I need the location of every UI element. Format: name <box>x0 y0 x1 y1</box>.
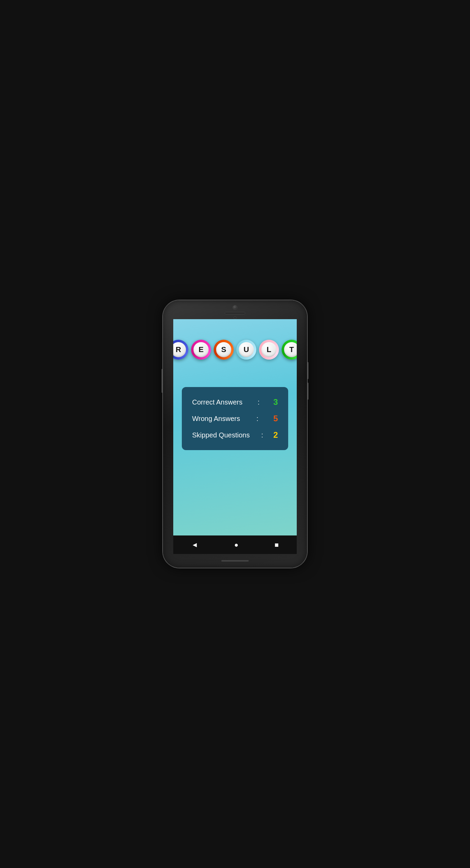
letter-ball-s: S <box>214 340 234 360</box>
letter-ball-u: U <box>236 340 256 360</box>
camera-icon <box>233 305 237 310</box>
wrong-answers-colon: : <box>256 415 258 423</box>
speaker-grille <box>225 312 245 314</box>
letter-s: S <box>216 342 231 357</box>
stats-card: Correct Answers : 3 Wrong Answers : 5 Sk… <box>182 387 288 450</box>
letter-ball-l: L <box>259 340 279 360</box>
correct-answers-colon: : <box>258 398 260 406</box>
letter-ball-e: E <box>191 340 211 360</box>
letter-ball-r: R <box>173 340 188 360</box>
letter-e: E <box>193 342 209 357</box>
phone-screen: R E S U L T Correct Answers : 3 <box>173 319 297 535</box>
correct-answers-value: 3 <box>273 397 278 407</box>
navigation-bar: ◄ ● ■ <box>173 535 297 554</box>
mic-icon <box>234 316 236 319</box>
letter-t: T <box>284 342 297 357</box>
phone-bottom <box>221 554 249 568</box>
skipped-questions-colon: : <box>261 431 263 439</box>
letter-r: R <box>173 342 186 357</box>
phone-top <box>163 300 307 319</box>
skipped-questions-label: Skipped Questions <box>192 431 250 439</box>
skipped-questions-row: Skipped Questions : 2 <box>192 430 278 440</box>
letter-ball-t: T <box>282 340 297 360</box>
skipped-questions-value: 2 <box>273 430 278 440</box>
wrong-answers-label: Wrong Answers <box>192 415 240 423</box>
correct-answers-row: Correct Answers : 3 <box>192 397 278 407</box>
phone-device: R E S U L T Correct Answers : 3 <box>163 300 307 568</box>
home-button[interactable]: ● <box>234 541 238 549</box>
letter-l: L <box>261 342 277 357</box>
back-button[interactable]: ◄ <box>191 541 198 549</box>
letter-u: U <box>239 342 254 357</box>
recent-apps-button[interactable]: ■ <box>274 541 279 549</box>
correct-answers-label: Correct Answers <box>192 398 243 406</box>
home-indicator <box>221 560 249 562</box>
volume-button-right <box>307 383 308 400</box>
volume-button-left <box>162 369 163 393</box>
wrong-answers-row: Wrong Answers : 5 <box>192 414 278 423</box>
result-title: R E S U L T <box>173 340 297 360</box>
power-button <box>307 362 308 379</box>
wrong-answers-value: 5 <box>273 414 278 423</box>
